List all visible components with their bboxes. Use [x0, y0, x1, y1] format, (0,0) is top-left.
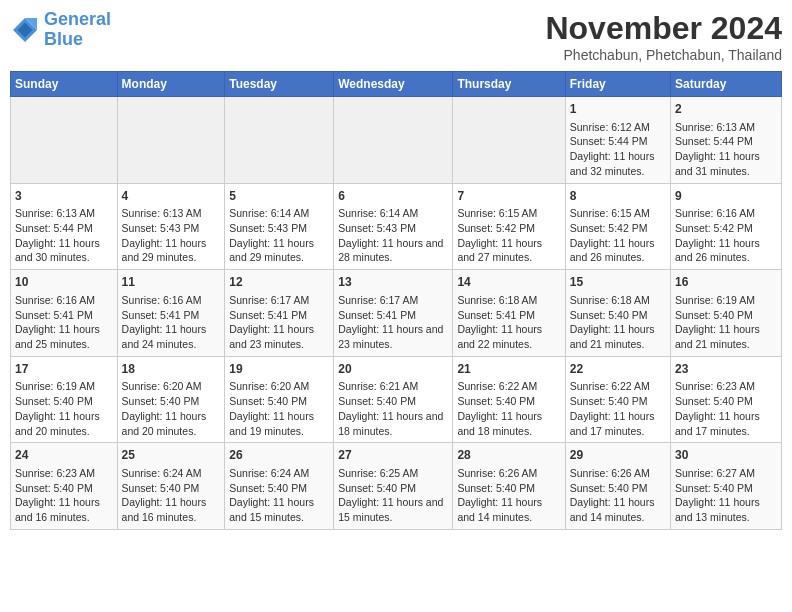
calendar-header-row: SundayMondayTuesdayWednesdayThursdayFrid… — [11, 72, 782, 97]
calendar-cell: 15Sunrise: 6:18 AMSunset: 5:40 PMDayligh… — [565, 270, 670, 357]
subtitle: Phetchabun, Phetchabun, Thailand — [545, 47, 782, 63]
day-number: 17 — [15, 361, 113, 378]
day-info: Sunset: 5:41 PM — [122, 308, 221, 323]
day-info: Sunset: 5:40 PM — [570, 308, 666, 323]
day-info: Sunset: 5:43 PM — [229, 221, 329, 236]
day-info: Sunrise: 6:13 AM — [15, 206, 113, 221]
calendar-cell: 16Sunrise: 6:19 AMSunset: 5:40 PMDayligh… — [671, 270, 782, 357]
calendar-cell: 21Sunrise: 6:22 AMSunset: 5:40 PMDayligh… — [453, 356, 565, 443]
day-number: 30 — [675, 447, 777, 464]
day-info: Sunrise: 6:16 AM — [675, 206, 777, 221]
day-info: Daylight: 11 hours and 31 minutes. — [675, 149, 777, 178]
day-info: Daylight: 11 hours and 18 minutes. — [457, 409, 560, 438]
day-info: Sunrise: 6:16 AM — [122, 293, 221, 308]
day-info: Sunset: 5:40 PM — [570, 481, 666, 496]
day-info: Daylight: 11 hours and 14 minutes. — [570, 495, 666, 524]
day-number: 21 — [457, 361, 560, 378]
day-info: Sunset: 5:43 PM — [338, 221, 448, 236]
logo: General Blue — [10, 10, 111, 50]
day-number: 5 — [229, 188, 329, 205]
day-info: Daylight: 11 hours and 16 minutes. — [122, 495, 221, 524]
day-number: 2 — [675, 101, 777, 118]
logo-line2: Blue — [44, 30, 111, 50]
day-info: Sunset: 5:40 PM — [15, 394, 113, 409]
day-info: Sunset: 5:42 PM — [457, 221, 560, 236]
day-number: 11 — [122, 274, 221, 291]
day-number: 10 — [15, 274, 113, 291]
day-header: Monday — [117, 72, 225, 97]
day-info: Sunset: 5:40 PM — [338, 394, 448, 409]
day-info: Daylight: 11 hours and 32 minutes. — [570, 149, 666, 178]
calendar-week-row: 10Sunrise: 6:16 AMSunset: 5:41 PMDayligh… — [11, 270, 782, 357]
calendar-cell: 20Sunrise: 6:21 AMSunset: 5:40 PMDayligh… — [334, 356, 453, 443]
calendar-cell: 9Sunrise: 6:16 AMSunset: 5:42 PMDaylight… — [671, 183, 782, 270]
day-info: Sunset: 5:42 PM — [675, 221, 777, 236]
day-number: 9 — [675, 188, 777, 205]
calendar-body: 1Sunrise: 6:12 AMSunset: 5:44 PMDaylight… — [11, 97, 782, 530]
day-info: Sunrise: 6:12 AM — [570, 120, 666, 135]
page-header: General Blue November 2024 Phetchabun, P… — [10, 10, 782, 63]
day-info: Daylight: 11 hours and 13 minutes. — [675, 495, 777, 524]
day-info: Sunrise: 6:17 AM — [338, 293, 448, 308]
calendar-cell: 18Sunrise: 6:20 AMSunset: 5:40 PMDayligh… — [117, 356, 225, 443]
calendar-table: SundayMondayTuesdayWednesdayThursdayFrid… — [10, 71, 782, 530]
day-info: Daylight: 11 hours and 27 minutes. — [457, 236, 560, 265]
day-info: Daylight: 11 hours and 29 minutes. — [122, 236, 221, 265]
day-number: 1 — [570, 101, 666, 118]
day-number: 6 — [338, 188, 448, 205]
day-info: Sunrise: 6:18 AM — [570, 293, 666, 308]
calendar-cell — [225, 97, 334, 184]
day-info: Sunset: 5:43 PM — [122, 221, 221, 236]
day-number: 26 — [229, 447, 329, 464]
calendar-cell — [11, 97, 118, 184]
day-info: Daylight: 11 hours and 16 minutes. — [15, 495, 113, 524]
day-info: Sunset: 5:41 PM — [338, 308, 448, 323]
calendar-cell: 2Sunrise: 6:13 AMSunset: 5:44 PMDaylight… — [671, 97, 782, 184]
logo-line1: General — [44, 9, 111, 29]
day-header: Thursday — [453, 72, 565, 97]
calendar-cell — [117, 97, 225, 184]
day-info: Sunset: 5:40 PM — [122, 481, 221, 496]
calendar-cell: 13Sunrise: 6:17 AMSunset: 5:41 PMDayligh… — [334, 270, 453, 357]
day-info: Sunrise: 6:14 AM — [338, 206, 448, 221]
day-info: Sunrise: 6:13 AM — [675, 120, 777, 135]
day-info: Daylight: 11 hours and 23 minutes. — [229, 322, 329, 351]
calendar-cell: 29Sunrise: 6:26 AMSunset: 5:40 PMDayligh… — [565, 443, 670, 530]
calendar-week-row: 17Sunrise: 6:19 AMSunset: 5:40 PMDayligh… — [11, 356, 782, 443]
day-header: Saturday — [671, 72, 782, 97]
day-header: Tuesday — [225, 72, 334, 97]
day-number: 7 — [457, 188, 560, 205]
day-info: Daylight: 11 hours and 14 minutes. — [457, 495, 560, 524]
day-info: Sunrise: 6:20 AM — [122, 379, 221, 394]
calendar-cell: 24Sunrise: 6:23 AMSunset: 5:40 PMDayligh… — [11, 443, 118, 530]
month-title: November 2024 — [545, 10, 782, 47]
day-number: 16 — [675, 274, 777, 291]
day-info: Sunrise: 6:26 AM — [457, 466, 560, 481]
day-info: Sunset: 5:40 PM — [15, 481, 113, 496]
day-info: Sunset: 5:41 PM — [229, 308, 329, 323]
day-number: 3 — [15, 188, 113, 205]
day-info: Daylight: 11 hours and 28 minutes. — [338, 236, 448, 265]
day-info: Sunrise: 6:24 AM — [122, 466, 221, 481]
day-info: Daylight: 11 hours and 19 minutes. — [229, 409, 329, 438]
day-info: Sunrise: 6:18 AM — [457, 293, 560, 308]
logo-text: General Blue — [44, 10, 111, 50]
day-info: Sunrise: 6:27 AM — [675, 466, 777, 481]
day-info: Sunset: 5:40 PM — [338, 481, 448, 496]
calendar-cell: 26Sunrise: 6:24 AMSunset: 5:40 PMDayligh… — [225, 443, 334, 530]
calendar-cell: 1Sunrise: 6:12 AMSunset: 5:44 PMDaylight… — [565, 97, 670, 184]
calendar-cell: 23Sunrise: 6:23 AMSunset: 5:40 PMDayligh… — [671, 356, 782, 443]
day-info: Sunset: 5:40 PM — [229, 481, 329, 496]
day-info: Daylight: 11 hours and 15 minutes. — [229, 495, 329, 524]
day-info: Sunset: 5:44 PM — [675, 134, 777, 149]
day-info: Sunrise: 6:21 AM — [338, 379, 448, 394]
day-info: Sunset: 5:40 PM — [570, 394, 666, 409]
day-info: Sunrise: 6:20 AM — [229, 379, 329, 394]
day-info: Sunset: 5:40 PM — [675, 481, 777, 496]
day-number: 15 — [570, 274, 666, 291]
day-number: 13 — [338, 274, 448, 291]
day-info: Daylight: 11 hours and 17 minutes. — [675, 409, 777, 438]
calendar-cell: 7Sunrise: 6:15 AMSunset: 5:42 PMDaylight… — [453, 183, 565, 270]
day-info: Sunrise: 6:24 AM — [229, 466, 329, 481]
day-info: Daylight: 11 hours and 21 minutes. — [675, 322, 777, 351]
